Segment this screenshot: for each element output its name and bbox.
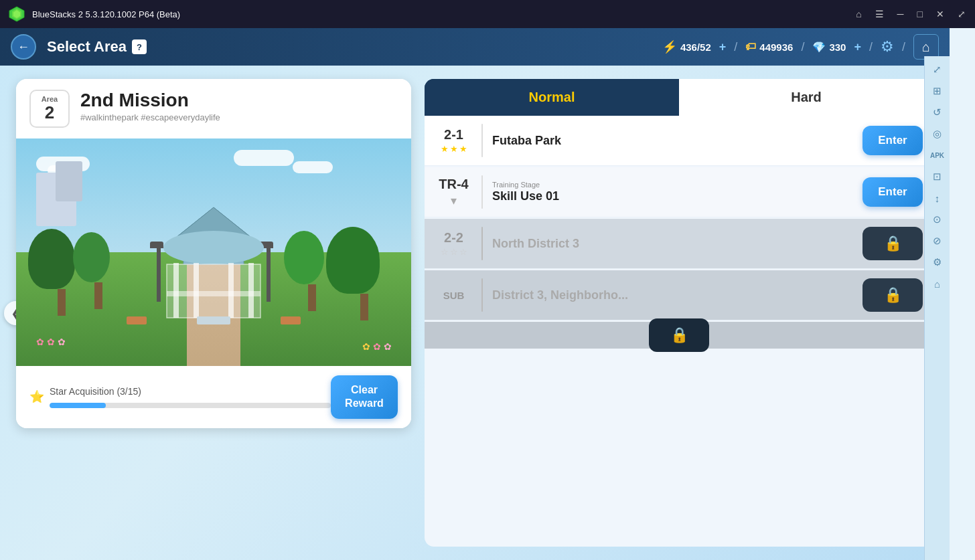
tree-left-2	[87, 232, 110, 309]
star-acquisition-row: ⭐ Star Acquisition (3/15)	[29, 385, 331, 408]
svg-rect-11	[167, 291, 260, 296]
tree-trunk-1	[58, 289, 66, 316]
expand-icon[interactable]: ⤢	[954, 7, 970, 21]
stage-id-sub: SUB	[435, 290, 472, 301]
tree-trunk-4	[308, 284, 316, 311]
lightning-resource: ⚡ 436/52	[662, 39, 711, 54]
stage-item-2-2: 2-2 ☆ ☆ ☆ North District 3 🔒	[425, 219, 933, 269]
page-title-text: Select Area	[47, 38, 127, 56]
area-badge: Area 2	[29, 90, 70, 128]
titlebar: BlueStacks 2 5.3.120.1002 P64 (Beta) ⌂ ☰…	[0, 0, 975, 28]
add-gems-button[interactable]: +	[854, 40, 861, 54]
home-icon[interactable]: ⌂	[852, 7, 865, 21]
stage-item-partial: 🔒	[425, 322, 933, 349]
star-empty-1: ☆	[441, 247, 449, 257]
building-2	[56, 161, 82, 201]
stage-name-area-sub: District 3, Neighborho...	[492, 288, 853, 302]
flowers-left: ✿ ✿ ✿	[36, 337, 66, 347]
cloud-3	[234, 150, 294, 166]
star-acquisition-icon: ⭐	[29, 389, 44, 404]
gems-value: 330	[829, 41, 846, 53]
tab-hard[interactable]: Hard	[679, 79, 933, 116]
tree-top-2	[73, 232, 110, 282]
enter-button-tr4[interactable]: Enter	[862, 177, 923, 207]
coins-value: 449936	[759, 41, 793, 53]
back-arrow-icon: ←	[17, 40, 29, 54]
sidebar-refresh-icon[interactable]: ↺	[928, 103, 947, 122]
sidebar-circle-icon[interactable]: ◎	[928, 124, 947, 143]
stage-number-2-2: 2-2	[435, 230, 472, 246]
maximize-icon[interactable]: □	[913, 7, 927, 21]
coin-icon: 🏷	[745, 41, 756, 53]
minimize-icon[interactable]: ─	[893, 7, 908, 21]
tree-right-2	[300, 231, 324, 311]
stage-name-area-tr4: Training Stage Skill Use 01	[492, 181, 853, 203]
bench-right	[281, 316, 301, 324]
lock-button-2-2: 🔒	[862, 227, 923, 260]
sidebar-expand-icon[interactable]: ⤢	[928, 60, 947, 79]
star-empty-2: ☆	[450, 247, 458, 257]
sidebar-record-icon[interactable]: ⊙	[928, 210, 947, 229]
stage-divider-sub	[481, 278, 483, 312]
help-button[interactable]: ?	[132, 39, 147, 54]
svg-rect-9	[228, 263, 234, 318]
lock-button-partial: 🔒	[649, 318, 709, 352]
mission-info: 2nd Mission #walkinthepark #escapeeveryd…	[80, 90, 398, 122]
sidebar-block-icon[interactable]: ⊘	[928, 231, 947, 250]
star-empty-3: ☆	[459, 247, 467, 257]
star-3: ★	[459, 144, 467, 154]
back-button[interactable]: ←	[11, 34, 36, 60]
stage-item-sub: SUB District 3, Neighborho... 🔒	[425, 270, 933, 320]
stage-id-2-2: 2-2 ☆ ☆ ☆	[435, 230, 472, 257]
stage-stars-2-1: ★ ★ ★	[435, 144, 472, 154]
tree-left-1	[48, 229, 75, 316]
sidebar-grid-icon[interactable]: ⊞	[928, 82, 947, 100]
sidebar-apk-icon[interactable]: APK	[928, 146, 947, 165]
sidebar-home2-icon[interactable]: ⌂	[928, 274, 947, 293]
mission-footer: ⭐ Star Acquisition (3/15) ClearReward	[16, 366, 411, 429]
stage-divider	[481, 124, 483, 157]
sidebar-screenshot-icon[interactable]: ⊡	[928, 167, 947, 186]
menu-icon[interactable]: ☰	[871, 7, 888, 21]
app-title: BlueStacks 2 5.3.120.1002 P64 (Beta)	[32, 9, 180, 19]
settings-icon[interactable]: ⚙	[881, 38, 894, 56]
page-title: Select Area ?	[47, 38, 147, 56]
add-lightning-button[interactable]: +	[719, 40, 727, 54]
lightning-value: 436/52	[680, 41, 711, 53]
progress-bar-fill	[50, 403, 106, 408]
tree-right-1	[349, 227, 380, 320]
tree-top-3	[326, 227, 380, 294]
mission-tags: #walkinthepark #escapeeverydaylife	[80, 112, 398, 122]
stage-number-tr4: TR-4	[435, 177, 472, 192]
svg-rect-8	[194, 263, 199, 318]
svg-rect-10	[248, 263, 254, 318]
stage-name-sub: District 3, Neighborho...	[492, 288, 853, 302]
coins-resource: 🏷 449936	[745, 41, 793, 53]
sidebar-resize-icon[interactable]: ↕	[928, 189, 947, 207]
close-icon[interactable]: ✕	[932, 7, 948, 21]
tab-normal[interactable]: Normal	[425, 79, 679, 116]
stage-divider-2-2	[481, 227, 483, 260]
progress-bar	[50, 403, 331, 408]
mission-card: Area 2 2nd Mission #walkinthepark #escap…	[16, 79, 411, 428]
stage-divider-tr4	[481, 175, 483, 209]
sidebar-settings-icon[interactable]: ⚙	[928, 253, 947, 272]
gazebo-svg	[140, 204, 287, 324]
lock-icon-sub: 🔒	[884, 286, 902, 304]
lightning-icon: ⚡	[662, 39, 677, 54]
tree-trunk-3	[360, 294, 368, 320]
right-sidebar: ⤢ ⊞ ↺ ◎ APK ⊡ ↕ ⊙ ⊘ ⚙ ⌂	[924, 56, 950, 560]
right-panel: Normal Hard 2-1 ★ ★ ★	[425, 79, 933, 547]
area-number: 2	[39, 103, 60, 122]
stage-name-tr4: Skill Use 01	[492, 189, 853, 203]
star-2: ★	[450, 144, 458, 154]
enter-button-2-1[interactable]: Enter	[862, 126, 923, 155]
stage-down-arrow: ▾	[435, 193, 472, 208]
main-area: ⤢ ⊞ ↺ ◎ APK ⊡ ↕ ⊙ ⊘ ⚙ ⌂ ← Select Area ? …	[0, 28, 950, 560]
star-acquisition-label: Star Acquisition (3/15)	[50, 385, 331, 397]
svg-rect-12	[197, 316, 230, 324]
clear-reward-button[interactable]: ClearReward	[331, 375, 398, 419]
lock-icon-partial: 🔒	[670, 326, 688, 344]
bench-left	[127, 316, 147, 324]
mission-name: 2nd Mission	[80, 90, 398, 111]
